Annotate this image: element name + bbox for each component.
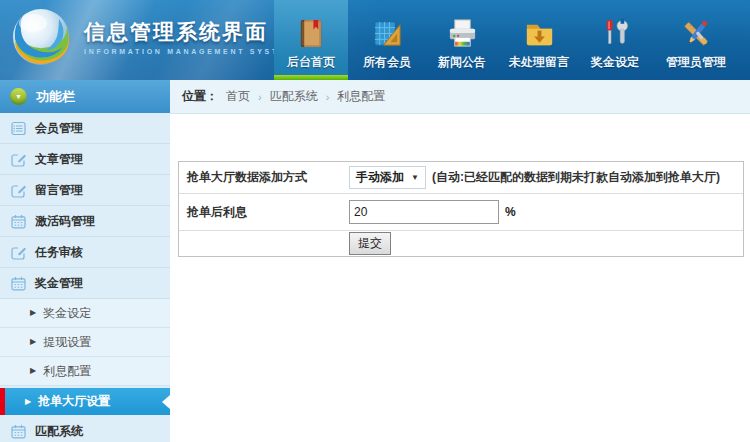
triangle-bullet-icon: ▶ [25, 398, 31, 406]
sidebar-item-label: 文章管理 [35, 151, 83, 168]
tab-backend-home[interactable]: 后台首页 [274, 0, 348, 80]
sidebar-item-member-management[interactable]: 会员管理 [0, 113, 170, 144]
list-icon [11, 121, 26, 136]
edit-icon [11, 183, 26, 198]
sidebar-title: 功能栏 [36, 88, 75, 106]
tab-bonus-settings[interactable]: 奖金设定 [580, 0, 650, 80]
interest-input[interactable] [349, 200, 499, 224]
add-mode-selected-value: 手动添加 [356, 169, 404, 186]
calendar-icon [11, 424, 26, 439]
tab-label: 所有会员 [363, 54, 411, 71]
triangle-bullet-icon: ▶ [30, 309, 36, 317]
form-row-add-mode: 抢单大厅数据添加方式 手动添加 ▼ (自动:已经匹配的数据到期未打款自动添加到抢… [179, 162, 743, 194]
pencil-ruler-brush-icon [680, 13, 713, 50]
breadcrumb-prefix: 位置： [182, 88, 218, 105]
add-mode-label: 抢单大厅数据添加方式 [179, 169, 349, 186]
add-mode-select[interactable]: 手动添加 ▼ [349, 166, 426, 189]
breadcrumb-matching-system[interactable]: 匹配系统 [270, 88, 318, 105]
triangle-bullet-icon: ▶ [30, 338, 36, 346]
tab-news[interactable]: 新闻公告 [426, 0, 498, 80]
sidebar-item-task-review[interactable]: 任务审核 [0, 237, 170, 268]
sidebar-item-bonus-management[interactable]: 奖金管理 [0, 268, 170, 299]
breadcrumb-separator: › [326, 91, 330, 103]
sidebar-item-label: 任务审核 [35, 244, 83, 261]
submit-button[interactable]: 提交 [349, 232, 391, 255]
sidebar-item-matching-system[interactable]: 匹配系统 [0, 416, 170, 442]
sidebar-item-label: 奖金管理 [35, 275, 83, 292]
sidebar: ▼ 功能栏 会员管理 [0, 80, 170, 442]
tab-unhandled-messages[interactable]: 未处理留言 [498, 0, 580, 80]
header: 信息管理系统界面 INFORMATION MANAGEMENT SYSTEM G… [0, 0, 750, 80]
top-nav: 后台首页 所有会员 [274, 0, 742, 80]
sidebar-item-label: 利息配置 [43, 363, 91, 380]
sidebar-subitem-withdraw-setting[interactable]: ▶ 提现设置 [0, 328, 170, 357]
sidebar-item-label: 匹配系统 [35, 423, 83, 440]
blueprint-ruler-icon [371, 13, 404, 50]
sidebar-subitem-bonus-setting[interactable]: ▶ 奖金设定 [0, 299, 170, 328]
calendar-icon [11, 276, 26, 291]
edit-icon [11, 245, 26, 260]
sidebar-item-message-management[interactable]: 留言管理 [0, 175, 170, 206]
sidebar-item-label: 激活码管理 [35, 213, 95, 230]
breadcrumb-interest-config[interactable]: 利息配置 [337, 88, 385, 105]
tab-label: 管理员管理 [666, 54, 726, 71]
main-content: 位置： 首页 › 匹配系统 › 利息配置 抢单大厅数据添加方式 手动添加 ▼ (… [170, 80, 750, 442]
folder-download-icon [523, 13, 556, 50]
app-window: 信息管理系统界面 INFORMATION MANAGEMENT SYSTEM G… [0, 0, 750, 442]
tab-label: 后台首页 [287, 54, 335, 71]
calendar-icon [11, 214, 26, 229]
breadcrumb-home[interactable]: 首页 [226, 88, 250, 105]
chevron-down-icon: ▼ [411, 174, 419, 182]
tab-admin-management[interactable]: 管理员管理 [650, 0, 742, 80]
sidebar-item-label: 会员管理 [35, 120, 83, 137]
sidebar-subitem-interest-config[interactable]: ▶ 利息配置 [0, 357, 170, 386]
sidebar-item-label: 提现设置 [43, 334, 91, 351]
interest-label: 抢单后利息 [179, 204, 349, 221]
sidebar-item-label: 奖金设定 [43, 305, 91, 322]
chevron-down-icon: ▼ [10, 88, 27, 105]
triangle-bullet-icon: ▶ [30, 367, 36, 375]
breadcrumb: 位置： 首页 › 匹配系统 › 利息配置 [170, 80, 750, 114]
sidebar-subitem-grab-hall-setting[interactable]: ▶ 抢单大厅设置 [0, 388, 170, 415]
sidebar-item-label: 抢单大厅设置 [38, 393, 110, 410]
form-row-interest: 抢单后利息 % [179, 194, 743, 231]
globe-logo-icon [9, 5, 75, 71]
sidebar-header[interactable]: ▼ 功能栏 [0, 80, 170, 113]
sidebar-item-article-management[interactable]: 文章管理 [0, 144, 170, 175]
add-mode-note: (自动:已经匹配的数据到期未打款自动添加到抢单大厅) [432, 169, 720, 186]
settings-form: 抢单大厅数据添加方式 手动添加 ▼ (自动:已经匹配的数据到期未打款自动添加到抢… [178, 161, 744, 257]
book-icon [295, 13, 328, 50]
tab-label: 未处理留言 [509, 54, 569, 71]
edit-icon [11, 152, 26, 167]
percent-unit: % [505, 205, 516, 219]
tab-label: 新闻公告 [438, 54, 486, 71]
sidebar-item-label: 留言管理 [35, 182, 83, 199]
tab-label: 奖金设定 [591, 54, 639, 71]
screwdriver-wrench-icon [599, 13, 632, 50]
sidebar-item-activation-code-management[interactable]: 激活码管理 [0, 206, 170, 237]
printer-icon [446, 13, 479, 50]
breadcrumb-separator: › [258, 91, 262, 103]
form-row-submit: 提交 [179, 231, 743, 256]
tab-all-members[interactable]: 所有会员 [348, 0, 426, 80]
